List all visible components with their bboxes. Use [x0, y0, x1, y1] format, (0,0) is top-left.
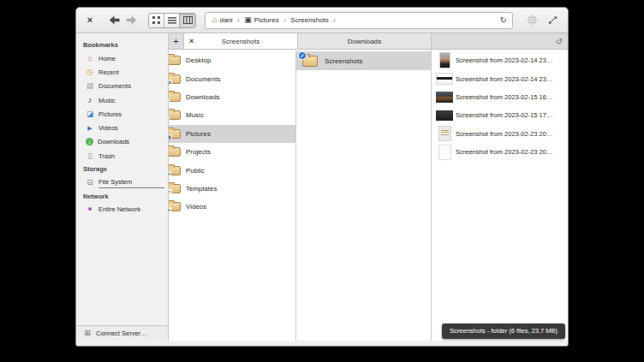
file-row[interactable]: Screenshot from 2023-02-14 23…: [432, 51, 568, 69]
folder-row-projects[interactable]: Projects: [169, 143, 295, 161]
new-tab-button[interactable]: +: [169, 33, 184, 49]
folder-label: Music: [186, 111, 204, 119]
list-view-icon: [168, 16, 176, 24]
sidebar-item-recent[interactable]: ◷ Recent: [76, 65, 168, 79]
folder-row-downloads[interactable]: ↓ Downloads: [169, 88, 295, 106]
sidebar-section-storage: Storage: [76, 163, 168, 175]
folder-emblem-icon: ▭: [169, 189, 172, 194]
breadcrumb-pictures[interactable]: ▣ Pictures: [242, 16, 280, 24]
folder-row-public[interactable]: ⇆ Public: [169, 161, 295, 179]
folder-icon: ♪: [169, 110, 181, 120]
sidebar-item-music[interactable]: ♪ Music: [76, 93, 168, 107]
sidebar-item-pictures[interactable]: ◪ Pictures: [76, 107, 168, 121]
breadcrumb-screenshots-label: Screenshots: [290, 16, 328, 24]
connect-server-label: Connect Server…: [96, 329, 147, 337]
sidebar-item-downloads[interactable]: ↓ Downloads: [76, 135, 168, 149]
file-row[interactable]: Screenshot from 2023-02-23 20…: [432, 125, 568, 143]
grid-view-icon: [152, 16, 160, 24]
thumbnail-frame: [433, 52, 456, 68]
sidebar-item-entire-network[interactable]: ● Entire Network: [76, 203, 168, 217]
forward-button[interactable]: [122, 14, 140, 27]
folder-emblem-icon: ▤: [169, 80, 172, 85]
tab-history-button[interactable]: ↺: [551, 33, 568, 49]
folder-emblem-icon: ▶: [169, 207, 171, 212]
sidebar-item-label: Recent: [98, 68, 119, 76]
folder-icon: [169, 147, 181, 157]
file-manager-window: ×: [75, 7, 569, 347]
chevron-right-icon: ›: [235, 15, 243, 25]
chevron-right-icon: ›: [331, 15, 339, 25]
file-row[interactable]: Screenshot from 2023-02-15 16…: [432, 88, 568, 106]
tab-label: Screenshots: [184, 38, 297, 45]
file-row[interactable]: Screenshot from 2023-02-23 20…: [432, 143, 568, 161]
tab-screenshots[interactable]: × Screenshots: [184, 33, 298, 49]
file-thumbnail: [438, 126, 451, 141]
sidebar-item-videos[interactable]: ▶ Videos: [76, 121, 168, 134]
refresh-button[interactable]: ↻: [500, 16, 507, 25]
sidebar-item-label: Home: [98, 55, 116, 62]
thumbnail-frame: [433, 126, 456, 141]
folder-row-music[interactable]: ♪ Music: [169, 106, 295, 124]
sidebar-item-label: Documents: [98, 82, 131, 90]
folder-row-desktop[interactable]: Desktop: [169, 51, 295, 69]
folder-row-pictures[interactable]: ▦ Pictures: [169, 125, 295, 143]
folder-icon: ▤: [169, 74, 181, 84]
file-row[interactable]: Screenshot from 2023-02-15 17…: [432, 106, 568, 124]
column-pictures: ✓ Screenshots: [296, 50, 432, 341]
tab-downloads[interactable]: Downloads: [298, 33, 432, 49]
sidebar-section-network: Network: [76, 190, 168, 203]
window-close-button[interactable]: ×: [83, 15, 97, 25]
chevron-right-icon: ›: [281, 15, 289, 25]
sidebar-item-home[interactable]: ⌂ Home: [76, 51, 168, 65]
clock-icon: ◷: [86, 68, 94, 76]
thumbnail-frame: [433, 73, 456, 85]
column-view-button[interactable]: [180, 14, 195, 27]
back-button[interactable]: [105, 14, 122, 27]
sidebar-item-trash[interactable]: ▯ Trash: [76, 149, 168, 163]
file-row[interactable]: Screenshot from 2023-02-14 23…: [432, 69, 568, 87]
folder-row-videos[interactable]: ▶ Videos: [169, 198, 295, 216]
settings-menu-button[interactable]: [523, 13, 540, 28]
toolbar: ×: [76, 8, 568, 33]
folder-icon: ✓: [302, 56, 318, 67]
pictures-icon: ▣: [244, 16, 252, 24]
tab-close-icon[interactable]: ×: [189, 38, 194, 45]
folder-label: Pictures: [186, 130, 211, 138]
sidebar-item-label: Pictures: [98, 110, 122, 118]
document-icon: ▤: [86, 82, 94, 90]
music-note-icon: ♪: [86, 96, 94, 104]
sidebar-item-label: Downloads: [98, 138, 129, 145]
folder-emblem-icon: ♪: [169, 116, 170, 121]
grid-view-button[interactable]: [149, 14, 164, 27]
gear-icon: [527, 15, 538, 26]
folder-row-templates[interactable]: ▭ Templates: [169, 180, 295, 198]
server-icon: ⊞: [83, 329, 92, 337]
folder-label: Downloads: [186, 93, 220, 101]
list-view-button[interactable]: [164, 14, 180, 27]
folder-label: Projects: [186, 148, 211, 156]
status-tooltip: Screenshots - folder (6 files, 23.7 MB): [442, 323, 565, 339]
breadcrumb: ⌂ dani › ▣ Pictures › Screenshots › ↻: [205, 12, 513, 29]
file-thumbnail: [439, 52, 450, 68]
sidebar-item-label: Videos: [98, 124, 118, 132]
maximize-button[interactable]: [544, 13, 561, 28]
file-label: Screenshot from 2023-02-15 16…: [456, 93, 552, 101]
breadcrumb-home[interactable]: ⌂ dani: [211, 16, 235, 24]
file-thumbnail: [436, 92, 453, 103]
thumbnail-frame: [433, 92, 456, 103]
column-home: Desktop ▤ Documents ↓ Downloads ♪ Musi: [169, 50, 296, 341]
connect-server-button[interactable]: ⊞ Connect Server…: [76, 325, 168, 341]
folder-icon: [169, 56, 181, 65]
forward-arrow-icon: [126, 15, 137, 25]
tab-label: Downloads: [298, 38, 431, 45]
sidebar-item-label: File System: [98, 178, 164, 188]
folder-row-screenshots[interactable]: ✓ Screenshots: [296, 51, 431, 70]
file-label: Screenshot from 2023-02-23 20…: [456, 130, 552, 138]
folder-row-documents[interactable]: ▤ Documents: [169, 69, 295, 87]
folder-icon: ▭: [169, 184, 181, 193]
sidebar-item-file-system[interactable]: ⊟ File System: [76, 175, 168, 189]
column-screenshots: Screenshot from 2023-02-14 23… Screensho…: [432, 50, 568, 341]
sidebar-item-documents[interactable]: ▤ Documents: [76, 80, 168, 93]
breadcrumb-screenshots[interactable]: Screenshots: [289, 16, 330, 24]
folder-label: Templates: [186, 185, 217, 193]
